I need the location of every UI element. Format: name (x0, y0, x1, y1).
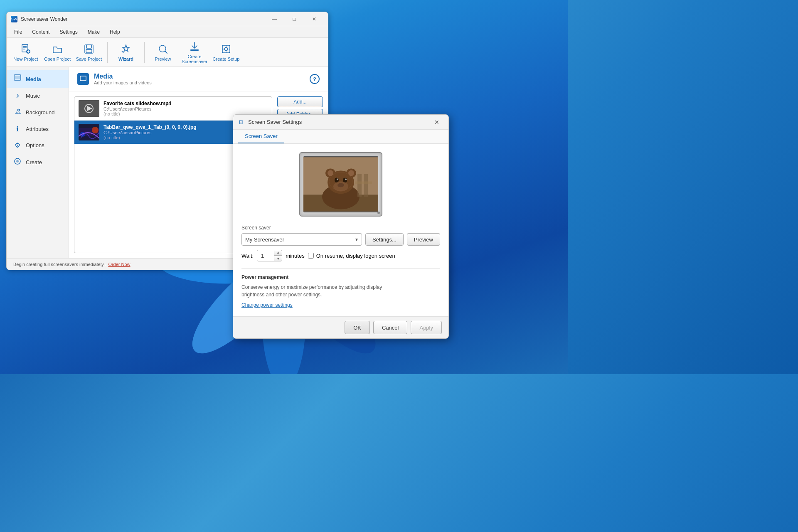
add-button[interactable]: Add... (277, 96, 323, 107)
resume-checkbox-row: On resume, display logon screen (308, 253, 395, 259)
ok-button[interactable]: OK (345, 321, 370, 334)
screensaver-settings-button[interactable]: Settings... (365, 233, 404, 246)
power-description: Conserve energy or maximize performance … (241, 283, 440, 298)
wizard-label: Wizard (118, 57, 133, 62)
file-path-1: C:\Users\cesar\Pictures (103, 106, 268, 111)
menu-help[interactable]: Help (106, 27, 124, 37)
sidebar-item-background[interactable]: Background (7, 103, 69, 121)
sidebar-options-label: Options (26, 142, 44, 148)
sidebar-attributes-label: Attributes (26, 126, 49, 132)
create-setup-icon (220, 43, 232, 55)
sidebar-item-options[interactable]: ⚙ Options (7, 137, 69, 153)
sidebar-item-attributes[interactable]: ℹ Attributes (7, 121, 69, 137)
wizard-button[interactable]: Wizard (111, 39, 141, 66)
dialog-title: Screen Saver Settings (248, 119, 430, 125)
screensaver-select[interactable]: My Screensaver (241, 233, 362, 246)
svg-rect-16 (86, 45, 91, 48)
sidebar-music-label: Music (26, 93, 40, 99)
create-setup-button[interactable]: Create Setup (211, 39, 241, 66)
file-name-1: Favorite cats slideshow.mp4 (103, 101, 268, 106)
app-icon: SW (11, 16, 17, 22)
menu-settings[interactable]: Settings (55, 27, 81, 37)
save-project-label: Save Project (76, 57, 102, 62)
open-project-button[interactable]: Open Project (42, 39, 72, 66)
title-bar: SW Screensaver Wonder — □ ✕ (7, 12, 328, 26)
apply-button[interactable]: Apply (411, 321, 442, 334)
new-project-button[interactable]: New Project (11, 39, 41, 66)
sidebar-background-label: Background (26, 109, 54, 116)
sidebar-item-music[interactable]: ♪ Music (7, 88, 69, 103)
wait-input[interactable] (257, 250, 274, 261)
menu-file[interactable]: File (10, 27, 26, 37)
sidebar-item-media[interactable]: Media (7, 70, 69, 88)
background-icon (13, 108, 22, 117)
svg-point-29 (18, 109, 20, 111)
new-project-icon (20, 43, 32, 55)
maximize-button[interactable]: □ (285, 13, 304, 25)
section-divider (241, 268, 440, 268)
options-icon: ⚙ (13, 141, 22, 149)
menu-content[interactable]: Content (28, 27, 54, 37)
panel-header: Media Add your images and videos ? (69, 67, 328, 91)
music-icon: ♪ (13, 92, 22, 99)
toolbar: New Project Open Project Save Project (7, 38, 328, 67)
toolbar-separator (107, 42, 108, 63)
svg-point-62 (333, 182, 348, 192)
wait-unit: minutes (286, 253, 305, 259)
svg-rect-28 (15, 76, 20, 79)
cancel-button[interactable]: Cancel (373, 321, 407, 334)
wait-input-wrapper[interactable]: ▲ ▼ (257, 250, 282, 261)
svg-rect-32 (80, 76, 86, 81)
power-title: Power management (241, 274, 440, 280)
create-setup-label: Create Setup (213, 57, 240, 62)
order-now-link[interactable]: Order Now (108, 262, 130, 267)
sidebar-item-create[interactable]: Create (7, 153, 69, 171)
wait-spinners: ▲ ▼ (274, 250, 282, 261)
resume-checkbox[interactable] (308, 253, 314, 259)
menu-make[interactable]: Make (84, 27, 104, 37)
wait-label: Wait: (241, 253, 254, 259)
screensaver-label: Screen saver (241, 225, 440, 231)
close-button[interactable]: ✕ (305, 13, 324, 25)
create-screensaver-button[interactable]: Create Screensaver (180, 39, 209, 66)
monitor-power-dot (377, 212, 380, 214)
create-screensaver-icon (189, 41, 200, 52)
screensaver-select-wrapper[interactable]: My Screensaver ▼ (241, 233, 362, 246)
preview-button[interactable]: Preview (148, 39, 178, 66)
create-screensaver-label: Create Screensaver (180, 54, 209, 64)
tab-screen-saver[interactable]: Screen Saver (238, 130, 284, 143)
dialog-close-button[interactable]: ✕ (430, 116, 443, 128)
attributes-icon: ℹ (13, 125, 22, 133)
sidebar-create-label: Create (26, 159, 42, 165)
svg-rect-20 (190, 49, 199, 51)
new-project-label: New Project (13, 57, 38, 62)
change-power-settings-link[interactable]: Change power settings (241, 302, 293, 308)
preview-label: Preview (155, 57, 171, 62)
svg-point-31 (16, 160, 19, 163)
panel-subtitle: Add your images and videos (94, 80, 152, 85)
preview-monitor (299, 152, 382, 217)
dialog-title-bar: 🖥 Screen Saver Settings ✕ (233, 115, 448, 130)
minimize-button[interactable]: — (265, 13, 284, 25)
file-thumb-2 (79, 124, 99, 140)
panel-title: Media (94, 73, 152, 80)
save-project-button[interactable]: Save Project (74, 39, 104, 66)
help-button[interactable]: ? (310, 74, 320, 84)
monitor-screen (303, 156, 378, 212)
svg-rect-65 (355, 182, 372, 184)
dialog-app-icon: 🖥 (238, 119, 245, 126)
wait-decrement-button[interactable]: ▼ (274, 256, 282, 261)
dialog-body: Screen saver My Screensaver ▼ Settings..… (233, 144, 448, 316)
svg-point-38 (92, 127, 99, 133)
svg-rect-64 (364, 174, 368, 197)
panel-header-text: Media Add your images and videos (94, 73, 152, 85)
svg-rect-63 (357, 174, 362, 197)
menu-bar: File Content Settings Make Help (7, 26, 328, 38)
sidebar: Media ♪ Music Background ℹ Attributes (7, 67, 69, 258)
sidebar-media-label: Media (26, 76, 41, 82)
wait-increment-button[interactable]: ▲ (274, 250, 282, 256)
create-icon (13, 158, 22, 167)
media-icon (13, 74, 22, 84)
screensaver-preview-button[interactable]: Preview (407, 233, 440, 246)
power-section: Power management Conserve energy or maxi… (241, 274, 440, 308)
